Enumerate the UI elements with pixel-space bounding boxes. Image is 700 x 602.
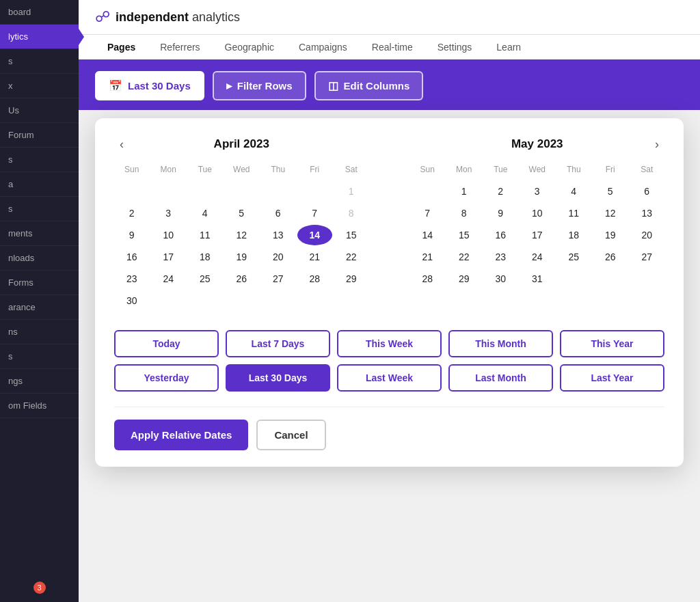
quick-lastweek-button[interactable]: Last Week <box>337 364 442 392</box>
tab-realtime[interactable]: Real-time <box>360 35 425 61</box>
date-range-button[interactable]: 📅 Last 30 Days <box>95 71 204 100</box>
cal-day[interactable]: 29 <box>446 269 482 289</box>
cal-day[interactable]: 31 <box>520 269 555 289</box>
cal-day[interactable]: 15 <box>334 225 369 245</box>
sidebar-item-s1[interactable]: s <box>0 49 79 74</box>
cal-day[interactable]: 3 <box>151 203 187 223</box>
cal-day[interactable]: 28 <box>410 269 446 289</box>
sidebar-item-forms[interactable]: Forms <box>0 271 79 295</box>
quick-thismonth-button[interactable]: This Month <box>448 330 553 357</box>
cancel-button[interactable]: Cancel <box>256 420 325 450</box>
cal-day[interactable]: 11 <box>556 203 592 223</box>
sidebar-item-s4[interactable]: s <box>0 344 79 369</box>
cal-day[interactable]: 21 <box>410 247 446 267</box>
sidebar-item-analytics[interactable]: lytics <box>0 25 79 49</box>
cal-day[interactable]: 4 <box>187 203 223 223</box>
tab-campaigns[interactable]: Campaigns <box>286 35 360 61</box>
cal-day[interactable]: 1 <box>446 181 482 202</box>
cal-day[interactable]: 8 <box>446 203 482 223</box>
next-month-button[interactable]: › <box>649 135 664 154</box>
cal-day[interactable]: 18 <box>556 225 592 245</box>
cal-day[interactable]: 7 <box>410 203 446 223</box>
sidebar-item-ns[interactable]: ns <box>0 320 79 344</box>
sidebar-item-custom-fields[interactable]: om Fields <box>0 394 79 418</box>
cal-day[interactable]: 5 <box>593 181 628 202</box>
cal-day[interactable]: 2 <box>483 181 519 202</box>
cal-day[interactable]: 20 <box>630 225 665 245</box>
cal-day[interactable]: 12 <box>224 225 260 245</box>
cal-day[interactable]: 21 <box>297 247 333 267</box>
sidebar-item-downloads[interactable]: nloads <box>0 246 79 271</box>
cal-day[interactable]: 11 <box>187 225 223 245</box>
sidebar-item-s2[interactable]: s <box>0 148 79 172</box>
cal-day[interactable]: 22 <box>334 247 369 267</box>
quick-yesterday-button[interactable]: Yesterday <box>114 364 219 392</box>
cal-day[interactable]: 16 <box>483 225 519 245</box>
tab-referrers[interactable]: Referrers <box>148 35 212 61</box>
cal-day[interactable]: 15 <box>446 225 482 245</box>
sidebar-item-forum[interactable]: Forum <box>0 123 79 148</box>
cal-day[interactable]: 8 <box>334 203 369 223</box>
cal-day[interactable]: 19 <box>224 247 260 267</box>
tab-pages[interactable]: Pages <box>95 35 148 61</box>
cal-day[interactable]: 12 <box>593 203 628 223</box>
cal-day[interactable]: 30 <box>114 290 150 311</box>
cal-day[interactable]: 9 <box>483 203 519 223</box>
sidebar-item-x[interactable]: x <box>0 74 79 98</box>
cal-day[interactable]: 23 <box>114 269 150 289</box>
quick-lastyear-button[interactable]: Last Year <box>560 364 664 392</box>
cal-day[interactable]: 18 <box>187 247 223 267</box>
cal-day[interactable]: 28 <box>297 269 333 289</box>
cal-day[interactable]: 30 <box>483 269 519 289</box>
sidebar-item-ngs[interactable]: ngs <box>0 369 79 394</box>
sidebar-item-a[interactable]: a <box>0 172 79 197</box>
tab-learn[interactable]: Learn <box>484 35 533 61</box>
sidebar-item-ments[interactable]: ments <box>0 221 79 246</box>
tab-geographic[interactable]: Geographic <box>213 35 286 61</box>
cal-day[interactable]: 24 <box>520 247 555 267</box>
cal-day[interactable]: 10 <box>151 225 187 245</box>
cal-day[interactable]: 24 <box>151 269 187 289</box>
cal-day[interactable]: 4 <box>556 181 592 202</box>
cal-day[interactable]: 13 <box>630 203 665 223</box>
edit-columns-button[interactable]: ◫ Edit Columns <box>314 71 424 100</box>
cal-day[interactable]: 17 <box>151 247 187 267</box>
cal-day[interactable]: 13 <box>260 225 296 245</box>
quick-last30-button[interactable]: Last 30 Days <box>226 364 330 392</box>
prev-month-button[interactable]: ‹ <box>114 135 129 154</box>
cal-day[interactable]: 22 <box>446 247 482 267</box>
cal-day[interactable]: 25 <box>556 247 592 267</box>
sidebar-item-arance[interactable]: arance <box>0 295 79 320</box>
cal-day[interactable]: 27 <box>630 247 665 267</box>
quick-lastmonth-button[interactable]: Last Month <box>448 364 553 392</box>
quick-thisyear-button[interactable]: This Year <box>560 330 664 357</box>
cal-day[interactable]: 9 <box>114 225 150 245</box>
cal-day[interactable]: 20 <box>260 247 296 267</box>
cal-day-selected[interactable]: 14 <box>297 225 333 245</box>
cal-day[interactable]: 10 <box>520 203 555 223</box>
quick-thisweek-button[interactable]: This Week <box>337 330 442 357</box>
cal-day[interactable]: 6 <box>630 181 665 202</box>
cal-day[interactable]: 25 <box>187 269 223 289</box>
cal-day[interactable]: 6 <box>260 203 296 223</box>
cal-day[interactable]: 27 <box>260 269 296 289</box>
cal-day[interactable]: 29 <box>334 269 369 289</box>
sidebar-item-us[interactable]: Us <box>0 98 79 123</box>
cal-day[interactable]: 23 <box>483 247 519 267</box>
tab-settings[interactable]: Settings <box>425 35 485 61</box>
cal-day[interactable]: 16 <box>114 247 150 267</box>
cal-day[interactable]: 5 <box>224 203 260 223</box>
cal-day[interactable]: 19 <box>593 225 628 245</box>
quick-today-button[interactable]: Today <box>114 330 219 357</box>
cal-day[interactable]: 14 <box>410 225 446 245</box>
filter-rows-button[interactable]: ▸ Filter Rows <box>213 71 306 100</box>
cal-day[interactable]: 7 <box>297 203 333 223</box>
cal-day[interactable]: 3 <box>520 181 555 202</box>
quick-last7-button[interactable]: Last 7 Days <box>226 330 330 357</box>
cal-day[interactable]: 2 <box>114 203 150 223</box>
cal-day[interactable]: 26 <box>593 247 628 267</box>
cal-day[interactable]: 26 <box>224 269 260 289</box>
sidebar-item-board[interactable]: board <box>0 0 79 25</box>
sidebar-item-s3[interactable]: s <box>0 197 79 221</box>
apply-button[interactable]: Apply Relative Dates <box>114 420 248 450</box>
